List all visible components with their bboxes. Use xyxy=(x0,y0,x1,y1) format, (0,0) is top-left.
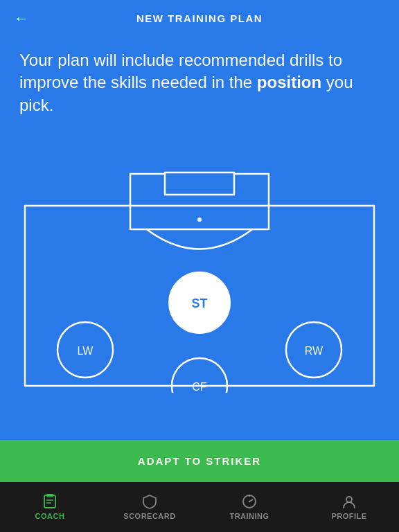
training-icon xyxy=(242,494,257,509)
field-area: ST LW RW CF xyxy=(0,123,399,440)
svg-text:LW: LW xyxy=(78,345,94,357)
coach-icon xyxy=(42,494,57,509)
adapt-button[interactable]: ADAPT TO STRIKER xyxy=(0,440,399,482)
svg-text:ST: ST xyxy=(191,296,207,310)
svg-point-3 xyxy=(197,218,202,222)
description-text: Your plan will include recommended drill… xyxy=(0,37,399,123)
scorecard-label: SCORECARD xyxy=(123,512,175,520)
main-content: ← NEW TRAINING PLAN Your plan will inclu… xyxy=(0,0,399,482)
svg-text:RW: RW xyxy=(305,345,323,357)
profile-label: PROFILE xyxy=(331,512,366,520)
training-label: TRAINING xyxy=(229,512,269,520)
soccer-field: ST LW RW CF xyxy=(12,171,387,393)
scorecard-icon xyxy=(142,494,157,509)
nav-item-coach[interactable]: COACH xyxy=(0,494,100,520)
profile-icon xyxy=(342,494,357,509)
header: ← NEW TRAINING PLAN xyxy=(0,0,399,37)
bottom-nav: COACH SCORECARD TRAINING PROFILE xyxy=(0,482,399,532)
svg-point-15 xyxy=(249,501,250,502)
back-button[interactable]: ← xyxy=(14,10,29,28)
svg-point-16 xyxy=(346,497,352,502)
svg-rect-2 xyxy=(165,172,234,195)
nav-item-profile[interactable]: PROFILE xyxy=(299,494,399,520)
svg-text:CF: CF xyxy=(192,381,207,393)
nav-item-scorecard[interactable]: SCORECARD xyxy=(100,494,200,520)
description-bold: position xyxy=(257,73,321,91)
coach-label: COACH xyxy=(35,512,65,520)
nav-item-training[interactable]: TRAINING xyxy=(200,494,299,520)
page-title: NEW TRAINING PLAN xyxy=(136,12,263,24)
